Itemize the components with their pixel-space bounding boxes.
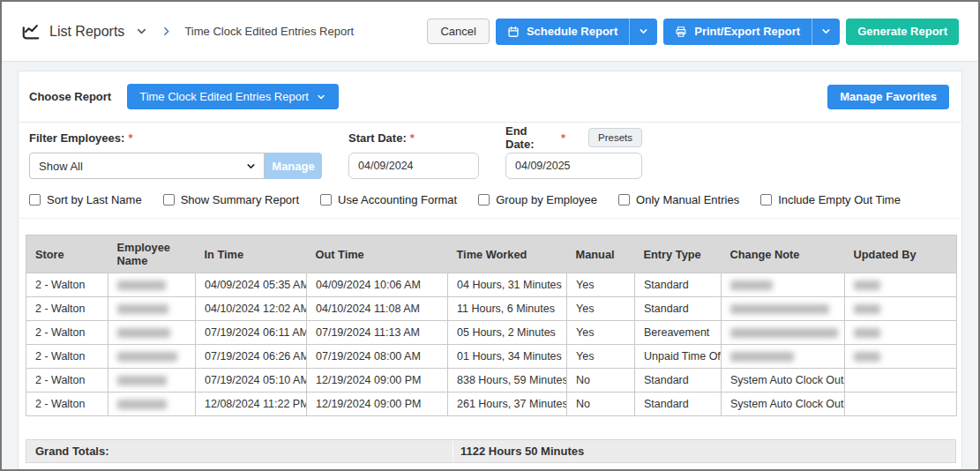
cell-manual: No xyxy=(567,369,635,392)
cell-manual: Yes xyxy=(567,345,635,369)
cell-manual: Yes xyxy=(567,273,635,297)
checkbox-option[interactable]: Include Empty Out Time xyxy=(760,193,901,206)
cell-employee-name xyxy=(108,345,196,369)
chevron-down-icon xyxy=(316,92,326,102)
cell-entry-type: Unpaid Time Off xyxy=(635,345,722,369)
choose-report-label: Choose Report xyxy=(29,90,111,103)
presets-button[interactable]: Presets xyxy=(588,128,642,147)
cell-employee-name xyxy=(108,369,196,392)
cell-time-worked: 04 Hours, 31 Minutes xyxy=(448,273,567,297)
redacted-text xyxy=(117,304,168,314)
cell-employee-name xyxy=(108,297,196,321)
cell-employee-name xyxy=(108,321,196,345)
redacted-text xyxy=(730,328,838,338)
page-title[interactable]: List Reports xyxy=(49,24,124,40)
checkbox-option[interactable]: Use Accounting Format xyxy=(320,193,457,206)
grand-total-value: 1122 Hours 50 Minutes xyxy=(453,445,584,458)
redacted-text xyxy=(117,352,177,362)
cell-manual: Yes xyxy=(567,297,635,321)
redacted-text xyxy=(117,280,166,290)
checkbox[interactable] xyxy=(478,194,490,206)
report-options-row: Sort by Last NameShow Summary ReportUse … xyxy=(19,191,961,219)
column-header-change-note: Change Note xyxy=(722,236,845,273)
cell-in-time: 04/09/2024 05:35 AM xyxy=(196,273,307,297)
cell-entry-type: Standard xyxy=(635,392,722,416)
checkbox-option[interactable]: Show Summary Report xyxy=(163,193,299,206)
line-chart-icon xyxy=(21,22,41,41)
report-picker-row: Choose Report Time Clock Edited Entries … xyxy=(19,71,961,123)
generate-report-button[interactable]: Generate Report xyxy=(846,19,959,45)
required-marker: * xyxy=(128,131,132,145)
print-export-report-button[interactable]: Print/Export Report xyxy=(663,19,840,45)
cell-time-worked: 261 Hours, 37 Minutes xyxy=(448,392,567,416)
checkbox-option[interactable]: Only Manual Entries xyxy=(618,193,739,206)
manage-employees-button[interactable]: Manage xyxy=(265,153,322,179)
table-header-row: StoreEmployee NameIn TimeOut TimeTime Wo… xyxy=(26,236,957,273)
cell-updated-by xyxy=(845,297,957,321)
cell-time-worked: 05 Hours, 2 Minutes xyxy=(448,321,567,345)
checkbox-option[interactable]: Group by Employee xyxy=(478,193,597,206)
breadcrumb: List Reports Time Clock Edited Entries R… xyxy=(21,22,354,41)
checkbox-label: Show Summary Report xyxy=(181,193,299,206)
cell-store: 2 - Walton xyxy=(26,321,108,345)
cancel-button[interactable]: Cancel xyxy=(427,19,489,44)
cell-updated-by xyxy=(845,321,957,345)
print-export-report-label: Print/Export Report xyxy=(694,25,800,38)
checkbox-label: Use Accounting Format xyxy=(338,193,457,206)
cell-updated-by xyxy=(845,345,957,369)
cell-change-note xyxy=(722,273,845,297)
column-header-out-time: Out Time xyxy=(307,236,448,273)
cell-entry-type: Standard xyxy=(635,273,722,297)
cell-in-time: 07/19/2024 06:26 AM xyxy=(196,345,307,369)
checkbox[interactable] xyxy=(29,194,41,206)
checkbox-option[interactable]: Sort by Last Name xyxy=(29,193,142,206)
schedule-report-button[interactable]: Schedule Report xyxy=(496,19,657,45)
start-date-label: Start Date: xyxy=(348,131,407,145)
checkbox[interactable] xyxy=(618,194,630,206)
employees-select-value: Show All xyxy=(39,160,83,173)
start-date-input[interactable] xyxy=(348,153,479,179)
cell-updated-by xyxy=(845,392,957,416)
end-date-input[interactable] xyxy=(505,153,642,179)
manage-favorites-button[interactable]: Manage Favorites xyxy=(827,85,949,109)
checkbox-label: Group by Employee xyxy=(496,193,597,206)
chevron-down-icon[interactable] xyxy=(812,19,840,45)
chevron-down-icon[interactable] xyxy=(135,25,148,38)
cell-out-time: 07/19/2024 11:13 AM xyxy=(307,321,448,345)
column-header-time-worked: Time Worked xyxy=(448,236,567,273)
checkbox-label: Sort by Last Name xyxy=(47,193,142,206)
toolbar-actions: Cancel Schedule Report xyxy=(427,19,959,45)
chevron-right-icon xyxy=(161,26,172,37)
report-table: StoreEmployee NameIn TimeOut TimeTime Wo… xyxy=(26,235,957,416)
cell-out-time: 12/19/2024 09:00 PM xyxy=(307,392,448,416)
checkbox[interactable] xyxy=(320,194,332,206)
cell-in-time: 12/08/2024 11:22 PM xyxy=(196,392,307,416)
top-toolbar: List Reports Time Clock Edited Entries R… xyxy=(2,2,978,62)
redacted-text xyxy=(730,280,773,290)
cell-in-time: 07/19/2024 05:10 AM xyxy=(196,369,307,392)
checkbox[interactable] xyxy=(760,194,772,206)
chevron-down-icon[interactable] xyxy=(629,19,657,45)
required-marker: * xyxy=(561,131,565,145)
column-header-employee-name: Employee Name xyxy=(108,236,196,273)
grand-totals-bar: Grand Totals: 1122 Hours 50 Minutes xyxy=(26,439,956,463)
checkbox[interactable] xyxy=(163,194,175,206)
cell-manual: No xyxy=(567,392,635,416)
cell-out-time: 07/19/2024 08:00 AM xyxy=(307,345,448,369)
redacted-text xyxy=(117,376,167,385)
cell-manual: Yes xyxy=(567,321,635,345)
table-row: 2 - Walton12/08/2024 11:22 PM12/19/2024 … xyxy=(26,392,957,416)
cell-in-time: 04/10/2024 12:02 AM xyxy=(196,297,307,321)
chevron-down-icon xyxy=(245,161,257,172)
cell-store: 2 - Walton xyxy=(26,369,108,392)
employees-select[interactable]: Show All xyxy=(29,153,265,179)
cell-in-time: 07/19/2024 06:11 AM xyxy=(196,321,307,345)
column-header-entry-type: Entry Type xyxy=(635,236,722,273)
cell-out-time: 04/10/2024 11:08 AM xyxy=(307,297,448,321)
cell-store: 2 - Walton xyxy=(26,392,108,416)
cell-store: 2 - Walton xyxy=(26,297,108,321)
report-select-button[interactable]: Time Clock Edited Entries Report xyxy=(127,84,339,109)
table-row: 2 - Walton07/19/2024 06:11 AM07/19/2024 … xyxy=(26,321,957,345)
cell-employee-name xyxy=(108,392,196,416)
cell-change-note xyxy=(722,321,845,345)
